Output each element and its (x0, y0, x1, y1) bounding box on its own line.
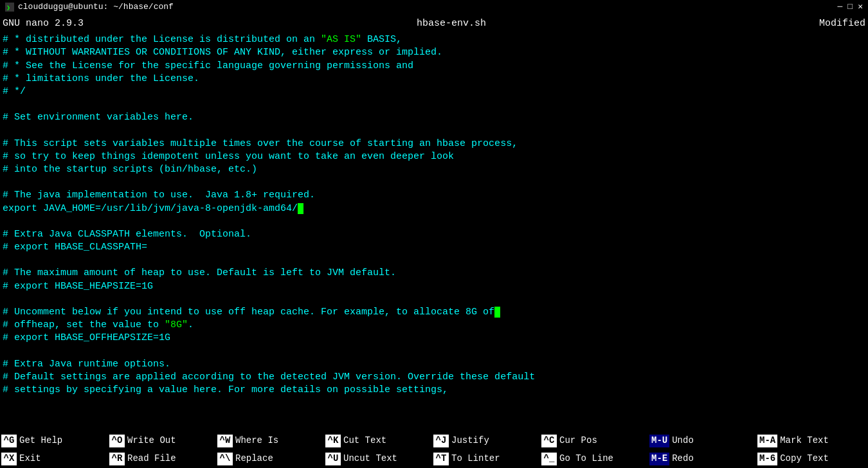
shortcut-exit[interactable]: ^X Exit (0, 450, 108, 468)
nano-version: GNU nano 2.9.3 (3, 17, 84, 30)
line-20: # export HBASE_HEAPSIZE=1G (3, 280, 865, 293)
title-text: cloudduggu@ubuntu: ~/hbase/conf (18, 1, 174, 13)
shortcut-label-read-file: Read File (127, 453, 176, 465)
shortcut-label-uncut-text: Uncut Text (343, 453, 397, 465)
shortcut-key-get-help: ^G (1, 435, 17, 447)
shortcut-redo[interactable]: M-E Redo (648, 450, 756, 468)
line-17: # export HBASE_CLASSPATH= (3, 241, 865, 254)
line-28: # settings by specifying a value here. F… (3, 384, 865, 397)
shortcut-key-replace: ^\ (217, 453, 233, 465)
shortcut-go-to-line[interactable]: ^_ Go To Line (540, 450, 648, 468)
line-2: # * WITHOUT WARRANTIES OR CONDITIONS OF … (3, 46, 865, 59)
line-24: # export HBASE_OFFHEAPSIZE=1G (3, 332, 865, 345)
shortcut-key-redo: M-E (649, 453, 669, 465)
shortcut-key-cut-text: ^K (325, 435, 341, 447)
shortcut-key-exit: ^X (1, 453, 17, 465)
shortcut-key-cur-pos: ^C (541, 435, 557, 447)
line-18 (3, 254, 865, 267)
shortcut-justify[interactable]: ^J Justify (432, 432, 540, 450)
nano-header: GNU nano 2.9.3 hbase-env.sh Modified (0, 14, 868, 32)
shortcut-read-file[interactable]: ^R Read File (108, 450, 216, 468)
line-7: # Set environment variables here. (3, 111, 865, 124)
shortcut-label-go-to-line: Go To Line (559, 453, 613, 465)
shortcut-key-to-linter: ^T (433, 453, 449, 465)
shortcut-label-mark-text: Mark Text (780, 435, 829, 447)
shortcut-label-get-help: Get Help (19, 435, 62, 447)
title-bar: ❯ cloudduggu@ubuntu: ~/hbase/conf ─ □ ✕ (0, 0, 868, 14)
line-8 (3, 125, 865, 138)
line-25 (3, 345, 865, 358)
line-11: # into the startup scripts (bin/hbase, e… (3, 163, 865, 176)
shortcut-key-where-is: ^W (217, 435, 233, 447)
shortcut-undo[interactable]: M-U Undo (648, 432, 756, 450)
line-23: # offheap, set the value to "8G". (3, 319, 865, 332)
line-19: # The maximum amount of heap to use. Def… (3, 267, 865, 280)
shortcut-label-replace: Replace (235, 453, 273, 465)
shortcut-cur-pos[interactable]: ^C Cur Pos (540, 432, 648, 450)
shortcut-label-undo: Undo (672, 435, 694, 447)
line-15 (3, 215, 865, 228)
nano-filename: hbase-env.sh (417, 17, 486, 30)
line-21 (3, 293, 865, 306)
shortcut-label-exit: Exit (19, 453, 41, 465)
shortcut-label-where-is: Where Is (235, 435, 278, 447)
line-27: # Default settings are applied according… (3, 371, 865, 384)
window-controls[interactable]: ─ □ ✕ (838, 1, 863, 13)
editor-area[interactable]: # * distributed under the License is dis… (0, 32, 868, 419)
shortcut-key-mark-text: M-A (757, 435, 777, 447)
maximize-button[interactable]: □ (847, 1, 853, 13)
shortcut-cut-text[interactable]: ^K Cut Text (324, 432, 432, 450)
line-10: # so try to keep things idempotent unles… (3, 150, 865, 163)
shortcut-write-out[interactable]: ^O Write Out (108, 432, 216, 450)
line-3: # * See the License for the specific lan… (3, 60, 865, 73)
shortcut-replace[interactable]: ^\ Replace (216, 450, 324, 468)
shortcut-label-to-linter: To Linter (451, 453, 500, 465)
line-13: # The java implementation to use. Java 1… (3, 189, 865, 202)
line-9: # This script sets variables multiple ti… (3, 138, 865, 150)
shortcut-where-is[interactable]: ^W Where Is (216, 432, 324, 450)
line-22: # Uncomment below if you intend to use o… (3, 306, 865, 319)
shortcut-key-write-out: ^O (109, 435, 125, 447)
shortcut-mark-text[interactable]: M-A Mark Text (756, 432, 864, 450)
shortcut-copy-text[interactable]: M-6 Copy Text (756, 450, 864, 468)
line-1: # * distributed under the License is dis… (3, 33, 865, 46)
nano-status: Modified (819, 17, 865, 30)
shortcut-label-write-out: Write Out (127, 435, 176, 447)
shortcut-label-cur-pos: Cur Pos (559, 435, 597, 447)
shortcut-label-justify: Justify (451, 435, 489, 447)
shortcut-uncut-text[interactable]: ^U Uncut Text (324, 450, 432, 468)
minimize-button[interactable]: ─ (838, 1, 843, 13)
status-bar (0, 419, 868, 432)
shortcut-label-redo: Redo (672, 453, 694, 465)
line-4: # * limitations under the License. (3, 73, 865, 86)
close-button[interactable]: ✕ (858, 1, 863, 13)
shortcut-key-read-file: ^R (109, 453, 125, 465)
line-12 (3, 176, 865, 189)
svg-text:❯: ❯ (6, 4, 10, 11)
shortcut-get-help[interactable]: ^G Get Help (0, 432, 108, 450)
shortcut-key-go-to-line: ^_ (541, 453, 557, 465)
shortcut-bar: ^G Get Help ^O Write Out ^W Where Is ^K … (0, 432, 868, 468)
shortcut-key-undo: M-U (649, 435, 669, 447)
shortcut-to-linter[interactable]: ^T To Linter (432, 450, 540, 468)
shortcut-key-uncut-text: ^U (325, 453, 341, 465)
line-6 (3, 98, 865, 111)
line-26: # Extra Java runtime options. (3, 358, 865, 371)
shortcut-label-copy-text: Copy Text (780, 453, 829, 465)
shortcut-key-copy-text: M-6 (757, 453, 777, 465)
terminal-icon: ❯ (5, 3, 14, 12)
line-14: export JAVA_HOME=/usr/lib/jvm/java-8-ope… (3, 203, 865, 215)
line-5: # */ (3, 86, 865, 98)
line-16: # Extra Java CLASSPATH elements. Optiona… (3, 228, 865, 241)
shortcut-label-cut-text: Cut Text (343, 435, 386, 447)
shortcut-key-justify: ^J (433, 435, 449, 447)
